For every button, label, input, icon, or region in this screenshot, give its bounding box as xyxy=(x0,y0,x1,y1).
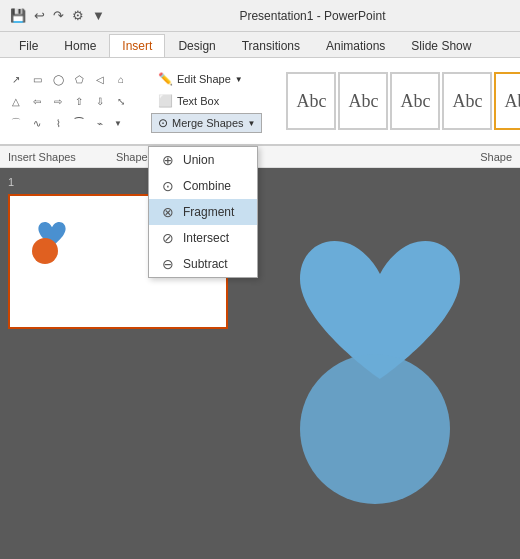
dropdown-item-intersect[interactable]: ⊘ Intersect xyxy=(149,225,257,251)
tab-file[interactable]: File xyxy=(6,34,51,57)
intersect-icon: ⊘ xyxy=(159,230,177,246)
combine-icon: ⊙ xyxy=(159,178,177,194)
edit-shape-icon: ✏️ xyxy=(158,72,173,86)
customize-icon[interactable]: ⚙ xyxy=(70,6,86,25)
style-presets: Abc Abc Abc Abc Abc xyxy=(286,72,520,130)
style-preset-2[interactable]: Abc xyxy=(338,72,388,130)
shape-tool-15[interactable]: ⌇ xyxy=(48,113,68,133)
window-title: Presentation1 - PowerPoint xyxy=(113,9,512,23)
ribbon-tabs: File Home Insert Design Transitions Anim… xyxy=(0,32,520,58)
shape-row-3: ⌒ ∿ ⌇ ⁀ ⌁ ▼ xyxy=(6,113,131,133)
subtract-icon: ⊖ xyxy=(159,256,177,272)
sub-ribbon: Insert Shapes Shapes ~ Merge Shape xyxy=(0,146,520,168)
style-preset-3[interactable]: Abc xyxy=(390,72,440,130)
shape-row-2: △ ⇦ ⇨ ⇧ ⇩ ⤡ xyxy=(6,91,131,111)
tab-insert[interactable]: Insert xyxy=(109,34,165,57)
shape-tool-12[interactable]: ⤡ xyxy=(111,91,131,111)
insert-actions: ✏️ Edit Shape ▼ ⬜ Text Box ⊙ Merge Shape… xyxy=(151,69,262,133)
tab-transitions[interactable]: Transitions xyxy=(229,34,313,57)
textbox-icon: ⬜ xyxy=(158,94,173,108)
shape-tool-14[interactable]: ∿ xyxy=(27,113,47,133)
edit-shape-arrow: ▼ xyxy=(235,75,243,84)
fragment-icon: ⊗ xyxy=(159,204,177,220)
shape-tool-11[interactable]: ⇩ xyxy=(90,91,110,111)
tab-slideshow[interactable]: Slide Show xyxy=(398,34,484,57)
merge-shapes-dropdown: ⊕ Union ⊙ Combine ⊗ Fragment ⊘ Intersect… xyxy=(148,146,258,278)
ribbon: ↗ ▭ ◯ ⬠ ◁ ⌂ △ ⇦ ⇨ ⇧ ⇩ ⤡ ⌒ ∿ ⌇ ⁀ ⌁ ▼ ✏️ E… xyxy=(0,58,520,146)
canvas-circle-shape xyxy=(300,354,450,504)
style-preset-5[interactable]: Abc xyxy=(494,72,520,130)
shape-tool-10[interactable]: ⇧ xyxy=(69,91,89,111)
shape-tools: ↗ ▭ ◯ ⬠ ◁ ⌂ △ ⇦ ⇨ ⇧ ⇩ ⤡ ⌒ ∿ ⌇ ⁀ ⌁ ▼ xyxy=(6,69,131,133)
edit-shape-button[interactable]: ✏️ Edit Shape ▼ xyxy=(151,69,262,89)
shape-tool-6[interactable]: ⌂ xyxy=(111,69,131,89)
shape-tool-7[interactable]: △ xyxy=(6,91,26,111)
dropdown-item-subtract[interactable]: ⊖ Subtract xyxy=(149,251,257,277)
arrow-tool[interactable]: ↗ xyxy=(6,69,26,89)
tab-animations[interactable]: Animations xyxy=(313,34,398,57)
merge-shapes-icon: ⊙ xyxy=(158,116,168,130)
tab-home[interactable]: Home xyxy=(51,34,109,57)
style-preset-1[interactable]: Abc xyxy=(286,72,336,130)
shapes-dropdown[interactable]: ▼ xyxy=(111,113,125,133)
shape-tool-17[interactable]: ⌁ xyxy=(90,113,110,133)
quick-access-toolbar: 💾 ↩ ↷ ⚙ ▼ xyxy=(8,6,107,25)
shape-tool-5[interactable]: ◁ xyxy=(90,69,110,89)
canvas-shapes xyxy=(280,224,480,504)
merge-shapes-button[interactable]: ⊙ Merge Shapes ▼ xyxy=(151,113,262,133)
dropdown-item-combine[interactable]: ⊙ Combine xyxy=(149,173,257,199)
save-icon[interactable]: 💾 xyxy=(8,6,28,25)
main-area: 1 ⊕ Union ⊙ Combine ⊗ Fragment ⊘ Interse… xyxy=(0,168,520,559)
shape-tool-4[interactable]: ⬠ xyxy=(69,69,89,89)
dropdown-icon[interactable]: ▼ xyxy=(90,6,107,25)
tab-design[interactable]: Design xyxy=(165,34,228,57)
redo-icon[interactable]: ↷ xyxy=(51,6,66,25)
union-icon: ⊕ xyxy=(159,152,177,168)
shape-tool-8[interactable]: ⇦ xyxy=(27,91,47,111)
shape-tool-16[interactable]: ⁀ xyxy=(69,113,89,133)
merge-shapes-arrow: ▼ xyxy=(248,119,256,128)
sub-ribbon-shape: Shape xyxy=(480,151,512,163)
textbox-button[interactable]: ⬜ Text Box xyxy=(151,91,262,111)
thumbnail-circle-shape xyxy=(32,238,58,264)
undo-icon[interactable]: ↩ xyxy=(32,6,47,25)
dropdown-item-union[interactable]: ⊕ Union xyxy=(149,147,257,173)
canvas-area xyxy=(240,168,520,559)
dropdown-item-fragment[interactable]: ⊗ Fragment xyxy=(149,199,257,225)
shape-tool-9[interactable]: ⇨ xyxy=(48,91,68,111)
shape-row-1: ↗ ▭ ◯ ⬠ ◁ ⌂ xyxy=(6,69,131,89)
rect-tool[interactable]: ▭ xyxy=(27,69,47,89)
shape-tool-13[interactable]: ⌒ xyxy=(6,113,26,133)
title-bar: 💾 ↩ ↷ ⚙ ▼ Presentation1 - PowerPoint xyxy=(0,0,520,32)
circle-tool[interactable]: ◯ xyxy=(48,69,68,89)
sub-ribbon-insert-shapes: Insert Shapes xyxy=(8,151,76,163)
style-preset-4[interactable]: Abc xyxy=(442,72,492,130)
